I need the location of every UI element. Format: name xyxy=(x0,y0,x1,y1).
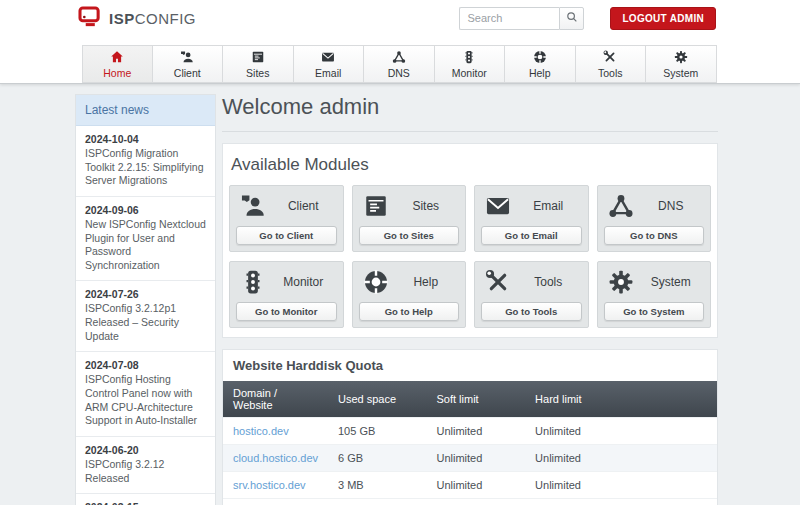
tab-help[interactable]: Help xyxy=(505,45,576,83)
news-title: ISPConfig Hosting Control Panel now with… xyxy=(85,373,206,428)
module-card-top: Tools xyxy=(481,269,582,295)
monitor-logo-icon xyxy=(78,6,103,31)
available-modules-panel: Available Modules ClientGo to ClientSite… xyxy=(222,143,718,338)
module-name: System xyxy=(638,275,705,289)
news-title: New ISPConfig Nextcloud Plugin for User … xyxy=(85,218,206,273)
module-card-top: Help xyxy=(359,269,460,295)
harddisk-quota-table: Domain / WebsiteUsed spaceSoft limitHard… xyxy=(223,381,717,505)
module-name: Help xyxy=(393,275,460,289)
news-item[interactable]: 2024-10-04ISPConfig Migration Toolkit 2.… xyxy=(76,126,215,197)
latest-news-sidebar: Latest news 2024-10-04ISPConfig Migratio… xyxy=(75,94,216,505)
system-icon xyxy=(604,269,638,295)
cell-soft: Unlimited xyxy=(427,418,526,445)
modules-grid: ClientGo to ClientSitesGo to SitesEmailG… xyxy=(229,185,711,328)
module-name: Client xyxy=(270,199,337,213)
go-to-tools-button[interactable]: Go to Tools xyxy=(481,302,582,321)
module-card-tools: ToolsGo to Tools xyxy=(474,261,589,328)
tab-sites[interactable]: Sites xyxy=(223,45,294,83)
latest-news-title: Latest news xyxy=(76,95,215,126)
news-item[interactable]: 2024-06-20ISPConfig 3.2.12 Released xyxy=(76,437,215,494)
tab-monitor[interactable]: Monitor xyxy=(435,45,506,83)
module-card-email: EmailGo to Email xyxy=(474,185,589,252)
module-card-top: Sites xyxy=(359,193,460,219)
tab-client[interactable]: Client xyxy=(153,45,224,83)
logout-admin-button[interactable]: LOGOUT ADMIN xyxy=(610,7,716,30)
help-icon xyxy=(359,269,393,295)
module-card-top: Client xyxy=(236,193,337,219)
go-to-client-button[interactable]: Go to Client xyxy=(236,226,337,245)
tab-label: Help xyxy=(529,67,551,79)
sites-icon xyxy=(359,193,393,219)
news-item[interactable]: 2024-07-08ISPConfig Hosting Control Pane… xyxy=(76,352,215,437)
website-harddisk-quota-panel: Website Harddisk Quota Domain / WebsiteU… xyxy=(222,349,718,505)
domain-link[interactable]: srv.hostico.dev xyxy=(233,479,306,491)
module-card-system: SystemGo to System xyxy=(597,261,712,328)
news-date: 2024-07-08 xyxy=(85,359,206,371)
tab-label: Email xyxy=(315,67,341,79)
module-card-top: System xyxy=(604,269,705,295)
available-modules-title: Available Modules xyxy=(229,150,711,185)
news-date: 2024-09-06 xyxy=(85,204,206,216)
domain-link[interactable]: cloud.hostico.dev xyxy=(233,452,318,464)
news-date: 2024-03-15 xyxy=(85,501,206,505)
module-card-client: ClientGo to Client xyxy=(229,185,344,252)
tab-dns[interactable]: DNS xyxy=(364,45,435,83)
module-card-top: Email xyxy=(481,193,582,219)
domain-link[interactable]: hostico.dev xyxy=(233,425,289,437)
module-name: DNS xyxy=(638,199,705,213)
tab-email[interactable]: Email xyxy=(294,45,365,83)
go-to-email-button[interactable]: Go to Email xyxy=(481,226,582,245)
cell-soft: Unlimited xyxy=(427,445,526,472)
tools-icon xyxy=(481,269,515,295)
harddisk-quota-title: Website Harddisk Quota xyxy=(223,350,717,381)
search-button[interactable] xyxy=(559,7,584,30)
search-icon xyxy=(566,11,578,26)
news-date: 2024-06-20 xyxy=(85,444,206,456)
total-used-space: 111 GB xyxy=(328,499,427,505)
sites-icon xyxy=(251,50,265,65)
tab-label: Sites xyxy=(246,67,269,79)
main-area: Welcome admin Available Modules ClientGo… xyxy=(222,94,718,505)
client-icon xyxy=(180,50,194,65)
cell-hard: Unlimited xyxy=(525,472,717,499)
column-header: Used space xyxy=(328,381,427,418)
news-item[interactable]: 2024-07-26ISPConfig 3.2.12p1 Released – … xyxy=(76,281,215,352)
tab-label: Tools xyxy=(598,67,623,79)
module-name: Email xyxy=(515,199,582,213)
tab-label: Home xyxy=(103,67,131,79)
tab-home[interactable]: Home xyxy=(82,45,153,83)
go-to-sites-button[interactable]: Go to Sites xyxy=(359,226,460,245)
news-date: 2024-10-04 xyxy=(85,133,206,145)
go-to-system-button[interactable]: Go to System xyxy=(604,302,705,321)
cell-used: 6 GB xyxy=(328,445,427,472)
module-name: Sites xyxy=(393,199,460,213)
tab-label: System xyxy=(663,67,698,79)
news-title: ISPConfig Migration Toolkit 2.2.15: Simp… xyxy=(85,147,206,188)
go-to-monitor-button[interactable]: Go to Monitor xyxy=(236,302,337,321)
search-input[interactable] xyxy=(459,7,559,30)
logo-text: ISPCONFIG xyxy=(109,10,196,27)
tab-tools[interactable]: Tools xyxy=(576,45,647,83)
cell-soft: Unlimited xyxy=(427,472,526,499)
news-item[interactable]: 2024-03-15ISPConfig Migration Toolkit 2.… xyxy=(76,494,215,505)
total-spacer xyxy=(223,499,328,505)
module-name: Tools xyxy=(515,275,582,289)
home-icon xyxy=(110,50,124,65)
go-to-dns-button[interactable]: Go to DNS xyxy=(604,226,705,245)
search-group xyxy=(459,7,584,30)
cell-domain: hostico.dev xyxy=(223,418,328,445)
total-spacer xyxy=(427,499,526,505)
harddisk-total-row: 111 GB xyxy=(223,499,717,505)
go-to-help-button[interactable]: Go to Help xyxy=(359,302,460,321)
ispconfig-logo[interactable]: ISPCONFIG xyxy=(78,6,196,31)
cell-used: 3 MB xyxy=(328,472,427,499)
module-card-top: Monitor xyxy=(236,269,337,295)
tab-label: Client xyxy=(174,67,201,79)
tab-system[interactable]: System xyxy=(646,45,717,83)
column-header: Hard limit xyxy=(525,381,717,418)
nav-tabs: HomeClientSitesEmailDNSMonitorHelpToolsS… xyxy=(82,45,800,83)
table-row: hostico.dev105 GBUnlimitedUnlimited xyxy=(223,418,717,445)
cell-domain: srv.hostico.dev xyxy=(223,472,328,499)
news-item[interactable]: 2024-09-06New ISPConfig Nextcloud Plugin… xyxy=(76,197,215,282)
module-card-sites: SitesGo to Sites xyxy=(352,185,467,252)
